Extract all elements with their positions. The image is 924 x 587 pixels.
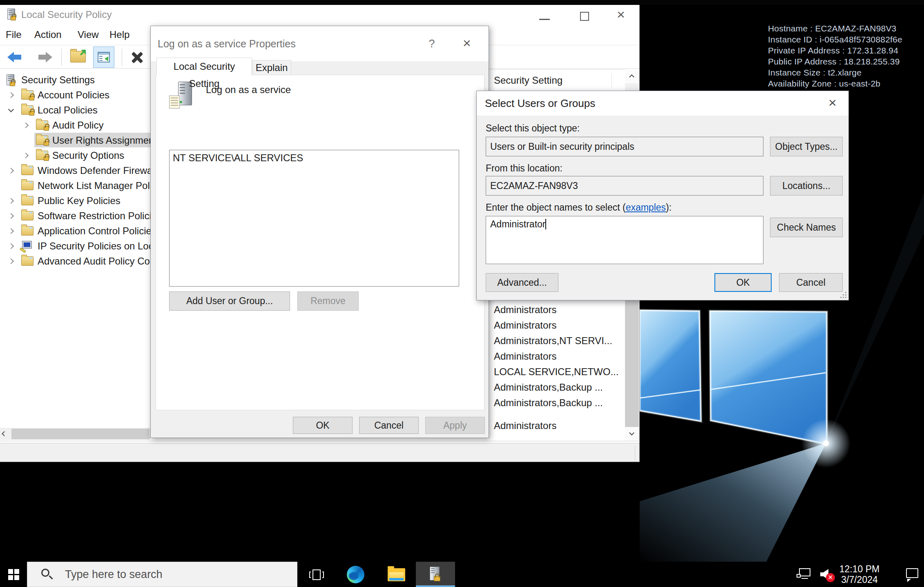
chevron-right-icon[interactable] bbox=[8, 168, 14, 173]
menu-action[interactable]: Action bbox=[34, 24, 62, 45]
sidebar-item-application-control[interactable]: Application Control Policie bbox=[0, 224, 150, 238]
folder-lock-icon bbox=[36, 120, 48, 130]
taskbar-clock[interactable]: 12:10 PM 3/7/2024 bbox=[838, 564, 881, 585]
chevron-right-icon[interactable] bbox=[8, 258, 14, 264]
folder-icon bbox=[21, 226, 33, 236]
list-item[interactable]: Administrators bbox=[489, 318, 624, 333]
list-item[interactable]: Administrators bbox=[489, 418, 624, 434]
add-user-or-group-button[interactable]: Add User or Group... bbox=[169, 291, 290, 311]
taskbar-search[interactable] bbox=[27, 562, 297, 587]
locations-button[interactable]: Locations... bbox=[770, 176, 843, 196]
dialog-titlebar: Select Users or Groups × bbox=[477, 91, 848, 116]
sidebar-item-ip-security-policies[interactable]: IP Security Policies on Loca bbox=[0, 239, 150, 253]
folder-lock-icon bbox=[36, 151, 48, 160]
object-names-input[interactable]: Administrator bbox=[486, 216, 763, 264]
chevron-down-icon[interactable] bbox=[8, 107, 14, 112]
sidebar-item-security-options[interactable]: Security Options bbox=[0, 148, 150, 163]
location-field[interactable]: EC2AMAZ-FAN98V3 bbox=[486, 176, 763, 196]
check-names-button[interactable]: Check Names bbox=[770, 218, 843, 237]
object-types-button[interactable]: Object Types... bbox=[770, 137, 843, 156]
tab-explain[interactable]: Explain bbox=[252, 60, 291, 75]
scroll-left-icon[interactable] bbox=[2, 431, 7, 436]
ok-button[interactable]: OK bbox=[293, 417, 353, 434]
help-icon[interactable]: ? bbox=[423, 26, 441, 61]
tab-local-security-setting[interactable]: Local Security Setting bbox=[156, 58, 252, 75]
cancel-button[interactable]: Cancel bbox=[359, 417, 419, 434]
chevron-right-icon[interactable] bbox=[8, 92, 14, 98]
tree-horizontal-scrollbar[interactable] bbox=[0, 428, 150, 440]
object-names-label: Enter the object names to select (exampl… bbox=[486, 202, 672, 213]
dialog-title: Log on as a service Properties bbox=[158, 26, 296, 61]
action-center-button[interactable] bbox=[902, 562, 922, 587]
file-explorer-button[interactable] bbox=[384, 562, 408, 587]
search-input[interactable] bbox=[65, 562, 286, 587]
cancel-button[interactable]: Cancel bbox=[779, 273, 843, 292]
sidebar-item-audit-policy[interactable]: Audit Policy bbox=[0, 118, 150, 133]
tab-page: Log on as a service NT SERVICE\ALL SERVI… bbox=[156, 75, 484, 410]
close-icon[interactable]: × bbox=[458, 26, 476, 60]
remove-button: Remove bbox=[297, 291, 359, 311]
search-icon bbox=[41, 569, 49, 577]
ok-button[interactable]: OK bbox=[714, 273, 772, 292]
menu-file[interactable]: File bbox=[6, 24, 22, 45]
list-item[interactable]: LOCAL SERVICE,NETWO... bbox=[489, 364, 624, 380]
network-tray-icon[interactable] bbox=[796, 562, 814, 587]
sidebar-item-public-key-policies[interactable]: Public Key Policies bbox=[0, 193, 150, 208]
chevron-right-icon[interactable] bbox=[23, 122, 29, 128]
sidebar-item-user-rights-assignment[interactable]: User Rights Assignmen bbox=[0, 133, 150, 148]
scrollbar-thumb[interactable] bbox=[625, 296, 639, 427]
menu-help[interactable]: Help bbox=[109, 24, 129, 45]
list-item[interactable]: Administrators bbox=[489, 302, 624, 318]
task-view-button[interactable] bbox=[306, 562, 328, 587]
sidebar-item-advanced-audit-policy[interactable]: Advanced Audit Policy Co bbox=[0, 254, 150, 269]
minimize-button[interactable] bbox=[539, 19, 550, 20]
mmc-taskbar-icon bbox=[430, 567, 440, 580]
scroll-down-button[interactable] bbox=[625, 427, 639, 441]
chevron-right-icon[interactable] bbox=[8, 243, 14, 249]
forward-icon[interactable] bbox=[37, 52, 52, 62]
list-item[interactable]: Administrators,Backup ... bbox=[489, 380, 624, 395]
export-folder-icon[interactable]: ➜ bbox=[70, 51, 86, 62]
sidebar-item-account-policies[interactable]: Account Policies bbox=[0, 88, 150, 102]
close-icon[interactable]: × bbox=[822, 91, 843, 114]
sidebar-item-security-settings[interactable]: Security Settings bbox=[0, 73, 150, 87]
chevron-right-icon[interactable] bbox=[8, 228, 14, 234]
member-item[interactable]: NT SERVICE\ALL SERVICES bbox=[173, 151, 303, 165]
list-item[interactable]: Administrators,Backup ... bbox=[489, 395, 624, 411]
advanced-button[interactable]: Advanced... bbox=[486, 273, 558, 292]
edge-browser-button[interactable] bbox=[343, 562, 368, 587]
show-console-tree-toggle[interactable] bbox=[93, 47, 114, 68]
list-item[interactable]: Administrators,NT SERVI... bbox=[489, 333, 624, 349]
info-line: Availability Zone : us-east-2b bbox=[768, 78, 902, 89]
sidebar-item-windows-defender-firewall[interactable]: Windows Defender Firewal bbox=[0, 163, 150, 178]
window-title: Local Security Policy bbox=[21, 5, 112, 24]
clock-date: 3/7/2024 bbox=[838, 574, 881, 585]
list-item[interactable]: Administrators bbox=[489, 349, 624, 364]
resize-grip-icon[interactable] bbox=[840, 291, 846, 298]
volume-muted-icon[interactable]: ✕ bbox=[817, 562, 836, 587]
close-button[interactable]: × bbox=[612, 5, 630, 24]
chevron-right-icon[interactable] bbox=[23, 153, 29, 158]
object-names-value: Administrator bbox=[490, 219, 545, 229]
scrollbar-thumb[interactable] bbox=[11, 429, 150, 439]
object-type-field[interactable]: Users or Built-in security principals bbox=[486, 137, 763, 156]
windows-logo-icon bbox=[8, 569, 19, 580]
chevron-right-icon[interactable] bbox=[8, 213, 14, 219]
chevron-up-icon bbox=[629, 74, 634, 80]
members-listbox[interactable]: NT SERVICE\ALL SERVICES bbox=[169, 150, 459, 287]
chevron-right-icon[interactable] bbox=[8, 198, 14, 204]
delete-icon[interactable] bbox=[130, 51, 145, 63]
maximize-button[interactable] bbox=[580, 12, 589, 21]
back-icon[interactable] bbox=[7, 52, 23, 62]
scroll-up-button[interactable] bbox=[625, 69, 639, 83]
examples-link[interactable]: examples bbox=[626, 202, 666, 213]
clock-time: 12:10 PM bbox=[838, 564, 881, 574]
sidebar-item-software-restriction[interactable]: Software Restriction Policie bbox=[0, 209, 150, 223]
pane-divider bbox=[0, 441, 640, 441]
sidebar-item-local-policies[interactable]: Local Policies bbox=[0, 103, 150, 118]
start-button[interactable] bbox=[0, 562, 27, 587]
column-header-security-setting[interactable]: Security Setting bbox=[489, 69, 625, 91]
menu-view[interactable]: View bbox=[78, 24, 99, 45]
local-security-policy-taskbar-button[interactable] bbox=[416, 562, 455, 587]
sidebar-item-network-list-manager[interactable]: Network List Manager Poli bbox=[0, 178, 150, 193]
